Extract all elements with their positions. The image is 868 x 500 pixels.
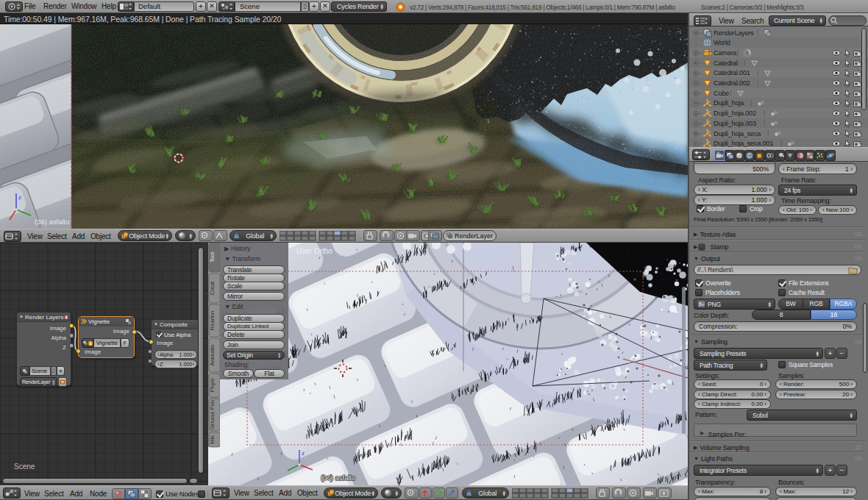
svg-text:Creat: Creat [209, 281, 216, 295]
svg-text:|: | [744, 59, 745, 66]
svg-text:(36) asfalto: (36) asfalto [35, 218, 70, 226]
svg-text:Catedral: Catedral [714, 60, 738, 67]
svg-text:Catedral.001: Catedral.001 [714, 69, 750, 76]
svg-text:|: | [757, 29, 758, 36]
svg-text:|: | [764, 110, 765, 117]
svg-text:Physi: Physi [209, 378, 216, 392]
svg-text:Tool: Tool [209, 252, 216, 262]
svg-text:World: World [714, 39, 730, 46]
svg-text:|: | [757, 69, 758, 76]
svg-text:z: z [18, 194, 21, 201]
svg-text:Dupli_hoja: Dupli_hoja [714, 99, 744, 107]
svg-text:Rearion: Rearion [209, 311, 216, 330]
svg-text:Animatio: Animatio [209, 344, 216, 365]
svg-text:|: | [764, 119, 765, 126]
svg-text:|: | [757, 79, 758, 87]
svg-text:|: | [750, 99, 752, 107]
svg-text:Dupli_hoja_seca.001: Dupli_hoja_seca.001 [714, 140, 773, 147]
svg-text:|: | [730, 89, 731, 96]
svg-text:User Ortho: User Ortho [296, 247, 332, 255]
svg-text:Cube: Cube [714, 90, 729, 97]
svg-text:|: | [780, 140, 782, 147]
svg-text:RenderLayers: RenderLayers [714, 29, 754, 37]
svg-text:Catedral.002: Catedral.002 [714, 79, 750, 87]
svg-text:Mis: Mis [209, 435, 216, 444]
svg-text:|: | [737, 49, 739, 56]
svg-text:Dupli_hoja_seca: Dupli_hoja_seca [714, 130, 761, 138]
svg-text:Grease Pen: Grease Pen [209, 400, 216, 429]
svg-text:Dupli_hoja.003: Dupli_hoja.003 [714, 120, 756, 127]
svg-text:|: | [767, 129, 769, 137]
svg-text:Camera: Camera [714, 49, 737, 57]
svg-text:(36) asfalto: (36) asfalto [321, 474, 356, 482]
svg-text:z: z [302, 450, 305, 457]
svg-text:Dupli_hoja.002: Dupli_hoja.002 [714, 110, 756, 117]
